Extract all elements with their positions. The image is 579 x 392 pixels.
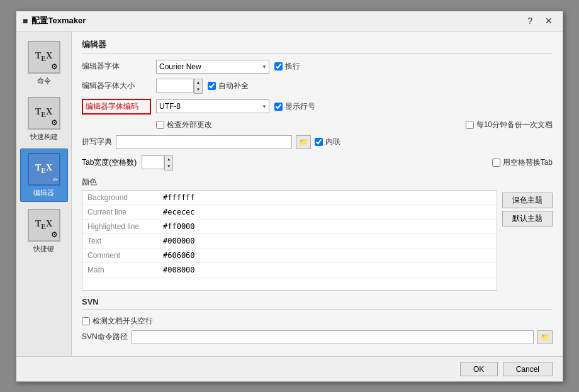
replace-tab-checkbox[interactable] [492,159,500,167]
theme-buttons: 深色主题 默认主题 [502,193,553,227]
sidebar-item-quickbuild-label: 快速构建 [30,132,58,142]
backup-checkbox[interactable] [466,121,474,129]
commands-icon: TEX ⚙ [28,41,60,74]
cancel-button[interactable]: Cancel [503,362,553,376]
tab-input[interactable]: 4 [142,155,164,169]
colors-table-wrapper[interactable]: Background#ffffffCurrent line#ecececHigh… [82,190,497,291]
title-bar-left: ■ 配置Texmaker [23,15,86,26]
folder-icon: 📁 [299,138,308,147]
backup-checkbox-label[interactable]: 每10分钟备份一次文档 [466,120,553,130]
main-content: 编辑器 编辑器字体 Courier New 换行 编辑器字体大小 10 ▲ [72,31,563,356]
color-name: Current line [82,204,158,219]
dict-input[interactable]: C:/Program Files (x86)/Texmaker/en_GB.di… [116,135,292,149]
tab-spinner-up[interactable]: ▲ [165,156,172,163]
inline-checkbox[interactable] [315,138,323,146]
color-table-row[interactable]: Math#008000 [82,262,497,277]
show-line-numbers-checkbox-label[interactable]: 显示行号 [274,101,315,112]
font-encoding-label: 编辑器字体编码 [82,99,151,115]
dict-label: 拼写字典 [82,137,112,147]
svn-path-input[interactable] [132,330,534,344]
pencil-icon: ✏ [53,176,58,183]
font-label: 编辑器字体 [82,61,151,72]
auto-complete-label: 自动补全 [218,81,249,91]
show-line-numbers-checkbox[interactable] [274,103,283,111]
svn-title: SVN [82,297,553,310]
inline-checkbox-label[interactable]: 内联 [315,137,340,147]
spinner-up-btn[interactable]: ▲ [194,79,202,86]
color-value: #606060 [158,248,497,262]
font-encoding-row: 编辑器字体编码 UTF-8 显示行号 [82,99,553,115]
spinner-buttons: ▲ ▼ [194,79,203,94]
tab-spinner: 4 ▲ ▼ [142,155,173,171]
svn-folder-icon: 📁 [541,333,550,342]
check-external-row: 检查外部更改 每10分钟备份一次文档 [82,120,553,130]
font-size-spinner: 10 ▲ ▼ [156,79,203,94]
font-size-input[interactable]: 10 [156,79,194,92]
color-value: #ffffff [158,191,497,205]
svn-path-row: SVN命令路径 📁 [82,330,553,344]
app-icon: ■ [23,16,28,26]
auto-complete-checkbox[interactable] [208,82,216,90]
section-title: 编辑器 [82,39,553,53]
title-bar: ■ 配置Texmaker ? ✕ [16,11,563,31]
default-theme-button[interactable]: 默认主题 [502,211,553,227]
wrap-line-checkbox[interactable] [274,62,283,70]
dictionary-row: 拼写字典 C:/Program Files (x86)/Texmaker/en_… [82,135,553,149]
svn-blank-lines-label: 检测文档开头空行 [93,316,153,327]
color-table-row[interactable]: Background#ffffff [82,191,497,205]
check-external-checkbox[interactable] [156,121,164,129]
colors-section: 颜色 Background#ffffffCurrent line#ecececH… [82,177,553,291]
svn-blank-lines-checkbox[interactable] [82,317,90,325]
wrap-line-checkbox-label[interactable]: 换行 [274,61,300,72]
inline-label: 内联 [325,137,340,147]
colors-label: 颜色 [82,177,553,188]
encoding-select-wrapper: UTF-8 [156,99,269,113]
tab-width-label: Tab宽度(空格数) [82,157,137,168]
tab-width-row: Tab宽度(空格数) 4 ▲ ▼ 用空格替换Tab [82,155,553,171]
svn-folder-button[interactable]: 📁 [537,330,553,344]
help-button[interactable]: ? [524,14,536,27]
sidebar-item-shortcuts[interactable]: TEX ⚙ 快捷键 [20,204,68,258]
backup-label: 每10分钟备份一次文档 [476,120,553,130]
dialog-body: TEX ⚙ 命令 TEX ⚙ 快速构建 TEX ✏ 编辑器 [16,31,563,356]
sidebar-item-editor[interactable]: TEX ✏ 编辑器 [20,148,68,202]
color-name: Background [82,191,158,205]
svn-path-label: SVN命令路径 [82,332,128,342]
dark-theme-button[interactable]: 深色主题 [502,193,553,208]
close-button[interactable]: ✕ [541,14,556,27]
sidebar-item-commands[interactable]: TEX ⚙ 命令 [20,36,68,90]
dialog-title: 配置Texmaker [31,15,86,26]
color-name: Comment [82,248,158,262]
svn-section: SVN 检测文档开头空行 SVN命令路径 📁 [82,297,553,344]
color-table-row[interactable]: Text#000000 [82,233,497,248]
configure-dialog: ■ 配置Texmaker ? ✕ TEX ⚙ 命令 TEX ⚙ [16,11,563,382]
sidebar-item-commands-label: 命令 [37,76,51,86]
editor-icon: TEX ✏ [28,153,60,186]
check-external-label: 检查外部更改 [167,120,212,130]
encoding-select[interactable]: UTF-8 [156,99,269,113]
auto-complete-checkbox-label[interactable]: 自动补全 [208,81,249,91]
color-name: Text [82,233,158,248]
sidebar-item-quickbuild[interactable]: TEX ⚙ 快速构建 [20,92,68,146]
color-table-row[interactable]: Current line#ececec [82,204,497,219]
title-bar-controls: ? ✕ [524,14,556,27]
font-size-label: 编辑器字体大小 [82,81,151,91]
show-line-numbers-label: 显示行号 [285,101,315,112]
color-table-row[interactable]: Comment#606060 [82,248,497,262]
tab-spinner-down[interactable]: ▼ [165,163,172,170]
color-value: #008000 [158,262,497,277]
color-value: #ececec [158,204,497,219]
check-external-checkbox-label[interactable]: 检查外部更改 [156,120,212,130]
gear-icon-3: ⚙ [51,230,58,239]
svn-blank-lines-checkbox-label[interactable]: 检测文档开头空行 [82,316,553,327]
font-select[interactable]: Courier New [156,60,269,74]
ok-button[interactable]: OK [460,362,498,376]
replace-tab-checkbox-label[interactable]: 用空格替换Tab [492,157,553,168]
dict-folder-button[interactable]: 📁 [296,135,311,149]
spinner-down-btn[interactable]: ▼ [194,86,202,93]
dialog-footer: OK Cancel [16,356,563,381]
font-select-wrapper: Courier New [156,60,269,74]
color-table-row[interactable]: Highlighted line#ff0000 [82,219,497,233]
gear-icon: ⚙ [51,62,58,71]
sidebar-item-shortcuts-label: 快捷键 [33,244,54,254]
